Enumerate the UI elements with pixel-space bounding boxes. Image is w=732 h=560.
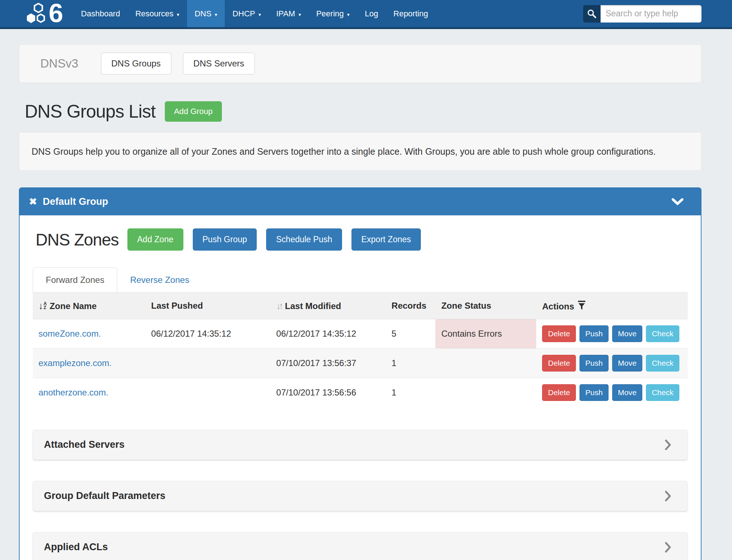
check-button[interactable]: Check <box>646 355 679 372</box>
push-button[interactable]: Push <box>580 325 609 342</box>
records-value: 1 <box>386 349 435 378</box>
export-zones-button[interactable]: Export Zones <box>351 228 421 251</box>
global-search <box>583 5 702 23</box>
app-logo[interactable]: 6 <box>0 0 73 27</box>
tab-reverse-zones[interactable]: Reverse Zones <box>117 268 202 292</box>
filter-icon[interactable] <box>578 302 586 312</box>
delete-button[interactable]: Delete <box>542 384 576 401</box>
caret-down-icon: ▾ <box>347 12 350 17</box>
last-modified-value: 07/10/2017 13:56:37 <box>271 349 386 378</box>
nav-item-dhcp[interactable]: DHCP▾ <box>225 0 268 27</box>
zones-table-header-row: ↓AZZone Name Last Pushed ↓↑Last Modified… <box>33 293 688 319</box>
chevron-right-icon <box>665 491 671 502</box>
close-icon[interactable]: ✖ <box>29 196 37 207</box>
group-title: Default Group <box>43 196 108 207</box>
hexagons-logo-icon <box>23 3 52 25</box>
nav-item-dashboard[interactable]: Dashboard <box>73 0 128 27</box>
last-pushed-value <box>145 349 271 378</box>
default-group-panel: ✖ Default Group DNS Zones Add Zone Push … <box>19 187 702 560</box>
nav-item-dns[interactable]: DNS▾ <box>187 0 225 27</box>
nav-item-resources[interactable]: Resources▾ <box>128 0 187 27</box>
row-actions: Delete Push Move Check <box>542 325 682 342</box>
col-last-modified[interactable]: ↓↑Last Modified <box>271 293 386 319</box>
records-value: 5 <box>386 319 435 349</box>
move-button[interactable]: Move <box>612 355 642 372</box>
check-button[interactable]: Check <box>646 325 679 342</box>
col-zone-name[interactable]: ↓AZZone Name <box>33 293 145 319</box>
nav-item-ipam[interactable]: IPAM▾ <box>269 0 309 27</box>
last-modified-value: 07/10/2017 13:56:56 <box>271 378 386 407</box>
nav-item-peering[interactable]: Peering▾ <box>309 0 357 27</box>
last-pushed-value <box>145 378 271 407</box>
group-sections: Attached Servers Group Default Parameter… <box>33 430 688 560</box>
zone-link[interactable]: examplezone.com. <box>38 358 111 368</box>
section-applied-acls[interactable]: Applied ACLs <box>33 532 688 560</box>
breadcrumb: DNSv3 DNS Groups DNS Servers <box>19 44 702 83</box>
last-pushed-value: 06/12/2017 14:35:12 <box>145 319 271 349</box>
col-records[interactable]: Records <box>386 293 435 319</box>
dns-servers-button[interactable]: DNS Servers <box>183 53 255 74</box>
col-actions: Actions <box>536 293 688 319</box>
row-actions: Delete Push Move Check <box>542 355 682 372</box>
tab-forward-zones[interactable]: Forward Zones <box>33 267 117 292</box>
zone-row-examplezone: examplezone.com. 07/10/2017 13:56:37 1 D… <box>33 349 688 378</box>
zone-status-badge: Contains Errors <box>435 319 536 349</box>
search-icon[interactable] <box>583 5 601 23</box>
logo-number: 6 <box>49 0 62 26</box>
zone-row-somezone: someZone.com. 06/12/2017 14:35:12 06/12/… <box>33 319 688 349</box>
zone-row-anotherzone: anotherzone.com. 07/10/2017 13:56:56 1 D… <box>33 378 688 407</box>
zones-tabs: Forward Zones Reverse Zones <box>33 267 688 292</box>
caret-down-icon: ▾ <box>177 12 179 17</box>
schedule-push-button[interactable]: Schedule Push <box>266 228 342 251</box>
last-modified-value: 06/12/2017 14:35:12 <box>271 319 386 349</box>
caret-down-icon: ▾ <box>215 12 217 17</box>
add-zone-button[interactable]: Add Zone <box>127 228 183 251</box>
caret-down-icon: ▾ <box>298 12 301 17</box>
zone-status-badge <box>435 349 536 378</box>
search-input[interactable] <box>601 5 702 23</box>
nav-item-log[interactable]: Log <box>357 0 386 27</box>
default-group-header[interactable]: ✖ Default Group <box>20 188 701 215</box>
col-zone-status[interactable]: Zone Status <box>435 293 536 319</box>
section-group-default-parameters[interactable]: Group Default Parameters <box>33 481 688 511</box>
zone-status-badge <box>435 378 536 407</box>
chevron-right-icon <box>665 439 671 450</box>
nav-item-reporting[interactable]: Reporting <box>386 0 436 27</box>
top-navbar: 6 Dashboard Resources▾ DNS▾ DHCP▾ IPAM▾ … <box>0 0 732 29</box>
dns-zones-header: DNS Zones Add Zone Push Group Schedule P… <box>33 228 688 251</box>
chevron-right-icon <box>665 542 671 553</box>
push-button[interactable]: Push <box>580 355 609 372</box>
records-value: 1 <box>386 378 435 407</box>
delete-button[interactable]: Delete <box>542 325 576 342</box>
sort-updown-icon[interactable]: ↓↑ <box>276 300 281 311</box>
move-button[interactable]: Move <box>612 384 642 401</box>
breadcrumb-title: DNSv3 <box>40 57 78 70</box>
delete-button[interactable]: Delete <box>542 355 576 372</box>
check-button[interactable]: Check <box>646 384 679 401</box>
default-group-body: DNS Zones Add Zone Push Group Schedule P… <box>20 215 701 560</box>
add-group-button[interactable]: Add Group <box>165 101 221 122</box>
section-attached-servers[interactable]: Attached Servers <box>33 430 688 460</box>
zone-link[interactable]: anotherzone.com. <box>38 387 108 397</box>
push-button[interactable]: Push <box>580 384 609 401</box>
dns-groups-button[interactable]: DNS Groups <box>101 53 171 74</box>
col-last-pushed[interactable]: Last Pushed <box>145 293 271 319</box>
main-menu: Dashboard Resources▾ DNS▾ DHCP▾ IPAM▾ Pe… <box>73 0 436 27</box>
row-actions: Delete Push Move Check <box>542 384 682 401</box>
zone-link[interactable]: someZone.com. <box>38 329 101 338</box>
page-title: DNS Groups List <box>25 101 155 122</box>
page-title-row: DNS Groups List Add Group <box>19 101 702 122</box>
chevron-down-icon[interactable] <box>672 198 683 206</box>
zones-table: ↓AZZone Name Last Pushed ↓↑Last Modified… <box>33 292 688 407</box>
sort-alpha-asc-icon[interactable]: ↓AZ <box>38 300 47 312</box>
move-button[interactable]: Move <box>612 325 642 342</box>
caret-down-icon: ▾ <box>259 12 261 17</box>
groups-description: DNS Groups help you to organize all of y… <box>19 132 702 171</box>
dns-zones-title: DNS Zones <box>36 230 119 249</box>
push-group-button[interactable]: Push Group <box>193 228 257 251</box>
